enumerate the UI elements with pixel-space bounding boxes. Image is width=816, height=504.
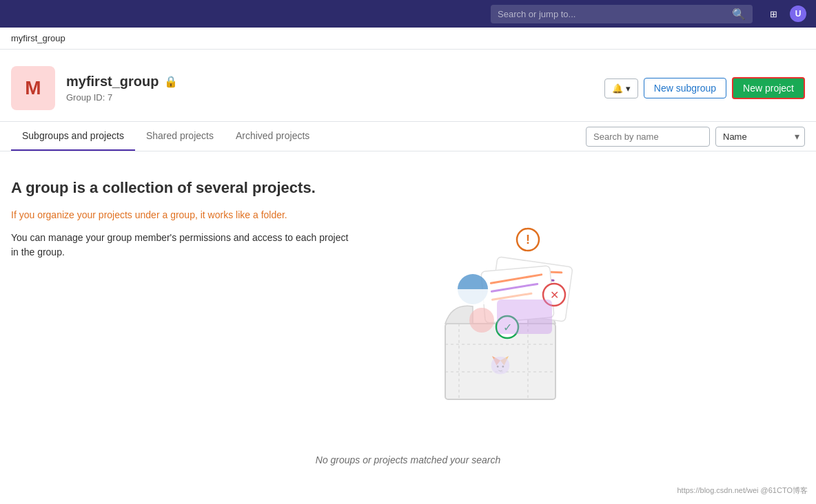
group-name-text: myfirst_group <box>66 74 159 90</box>
tabs-controls: Name Created Updated Last activity Stars <box>586 127 805 147</box>
group-avatar: M <box>11 66 55 110</box>
content-normal-text: You can manage your group member's permi… <box>11 231 356 260</box>
new-subgroup-button[interactable]: New subgroup <box>644 78 726 98</box>
svg-rect-20 <box>458 289 488 304</box>
new-project-button[interactable]: New project <box>732 77 805 99</box>
illustration-area: ! ✓ ✕ <box>383 179 604 413</box>
svg-point-21 <box>469 308 494 333</box>
header-actions: 🔔 ▾ New subgroup New project <box>604 77 805 99</box>
group-info: myfirst_group 🔒 Group ID: 7 <box>66 74 178 103</box>
notification-button[interactable]: 🔔 ▾ <box>604 78 638 98</box>
search-by-name-input[interactable] <box>586 127 710 147</box>
svg-rect-26 <box>497 300 552 334</box>
notification-dropdown-icon: ▾ <box>626 83 631 94</box>
svg-text:!: ! <box>526 233 530 246</box>
nav-search-wrapper[interactable]: 🔍 <box>491 5 753 23</box>
svg-text:✕: ✕ <box>550 289 559 301</box>
search-icon: 🔍 <box>732 8 746 21</box>
tabs-list: Subgroups and projects Shared projects A… <box>11 122 320 151</box>
content-description: A group is a collection of several proje… <box>11 179 356 260</box>
content-highlight-text: If you organize your projects under a gr… <box>11 208 356 222</box>
grid-icon: ⊞ <box>770 9 777 19</box>
tab-shared-projects[interactable]: Shared projects <box>135 122 225 151</box>
no-results-message: No groups or projects matched your searc… <box>0 441 816 479</box>
content-heading: A group is a collection of several proje… <box>11 179 356 197</box>
svg-point-7 <box>497 366 499 368</box>
sort-select-wrapper: Name Created Updated Last activity Stars <box>715 127 805 147</box>
sort-select[interactable]: Name Created Updated Last activity Stars <box>715 127 805 147</box>
main-content-area: A group is a collection of several proje… <box>0 151 816 441</box>
group-header-left: M myfirst_group 🔒 Group ID: 7 <box>11 66 178 110</box>
top-navigation: 🔍 ⊞ U <box>0 0 816 28</box>
lock-icon: 🔒 <box>164 75 178 88</box>
tabs-bar: Subgroups and projects Shared projects A… <box>0 122 816 151</box>
nav-search-input[interactable] <box>498 9 732 19</box>
tab-subgroups-projects[interactable]: Subgroups and projects <box>11 122 135 151</box>
tab-archived-projects[interactable]: Archived projects <box>225 122 320 151</box>
bell-icon: 🔔 <box>612 83 623 94</box>
group-header: M myfirst_group 🔒 Group ID: 7 🔔 ▾ New su… <box>0 50 816 122</box>
svg-point-8 <box>502 366 504 368</box>
group-id-text: Group ID: 7 <box>66 92 178 103</box>
group-name-heading: myfirst_group 🔒 <box>66 74 178 90</box>
nav-menu-button[interactable]: ⊞ <box>764 4 783 23</box>
nav-user-button[interactable]: U <box>788 4 808 23</box>
breadcrumb-link[interactable]: myfirst_group <box>11 33 65 43</box>
illustration-svg: ! ✓ ✕ <box>390 193 597 413</box>
breadcrumb: myfirst_group <box>0 28 816 50</box>
user-avatar-icon: U <box>790 6 806 22</box>
